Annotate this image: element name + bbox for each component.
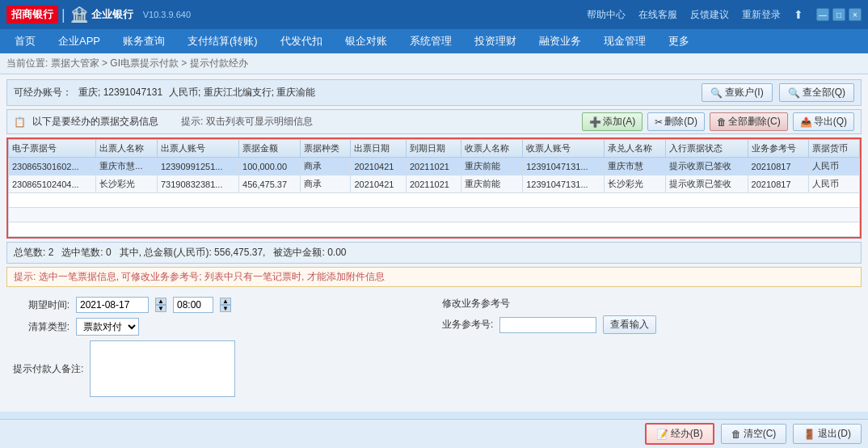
cell-ticket-id: 230865102404... bbox=[9, 175, 96, 193]
info-text: 以下是要经办的票据交易信息 bbox=[32, 115, 158, 129]
nav-home[interactable]: 首页 bbox=[3, 29, 47, 53]
top-bar: 招商银行 | 🏦 企业银行 V10.3.9.640 帮助中心 在线客服 反馈建议… bbox=[0, 0, 868, 29]
hint2-text: 提示: 选中一笔票据信息, 可修改业务参考号; 列表中只有一笔记票时, 才能添加… bbox=[14, 271, 385, 282]
clear-icon: 🗑 bbox=[731, 429, 741, 440]
query-all-button[interactable]: 🔍 查全部(Q) bbox=[779, 83, 854, 102]
table-row[interactable]: 230865102404... 长沙彩光 73190832381... 456,… bbox=[9, 175, 860, 193]
delete-button[interactable]: ✂ 删除(D) bbox=[647, 112, 705, 131]
nav-more[interactable]: 更多 bbox=[657, 29, 701, 53]
nav-invest[interactable]: 投资理财 bbox=[463, 29, 528, 53]
main-content: 可经办账号： 重庆; 12391047131 人民币; 重庆江北编支行; 重庆渝… bbox=[0, 74, 868, 412]
remark-row: 提示付款人备注: bbox=[13, 340, 426, 397]
time-down-button[interactable]: ▼ bbox=[220, 305, 231, 312]
type-select[interactable]: 票款对付 bbox=[76, 318, 139, 336]
cell-currency: 人民币 bbox=[809, 158, 860, 175]
col-amount: 票据金额 bbox=[239, 140, 301, 158]
cell-due-date: 20211021 bbox=[406, 158, 461, 175]
form-right: 修改业务参考号 业务参考号: 查看输入 bbox=[442, 297, 855, 402]
cell-amount: 456,475.37 bbox=[239, 175, 301, 193]
date-spinner: ▲ ▼ bbox=[155, 298, 166, 312]
col-currency: 票据货币 bbox=[809, 140, 860, 158]
cell-currency: 人民币 bbox=[809, 175, 860, 193]
relogin-link[interactable]: 重新登录 bbox=[742, 8, 781, 22]
nav-menu: 首页 企业APP 账务查询 支付结算(转账) 代发代扣 银企对账 系统管理 投资… bbox=[0, 29, 868, 53]
maximize-button[interactable]: □ bbox=[832, 8, 845, 21]
submit-button[interactable]: 📝 经办(B) bbox=[645, 423, 714, 445]
cell-type: 商承 bbox=[300, 158, 351, 175]
cell-drawer-name: 长沙彩光 bbox=[96, 175, 158, 193]
time-up-button[interactable]: ▲ bbox=[220, 298, 231, 305]
col-acceptor: 承兑人名称 bbox=[605, 140, 666, 158]
total-amount: 其中, 总金额(人民币): 556,475.37, bbox=[120, 247, 266, 258]
currency-label: 人民币; 重庆江北编支行; 重庆渝能 bbox=[169, 86, 315, 99]
query-all-icon: 🔍 bbox=[788, 87, 800, 99]
top-bar-right: 帮助中心 在线客服 反馈建议 重新登录 ⬆ — □ × bbox=[587, 8, 862, 22]
nav-cash[interactable]: 现金管理 bbox=[592, 29, 657, 53]
table-row[interactable]: 230865301602... 重庆市慧... 12390991251... 1… bbox=[9, 158, 860, 175]
exit-button[interactable]: 🚪 退出(D) bbox=[793, 424, 862, 444]
cell-ref-no: 20210817 bbox=[748, 158, 809, 175]
date-down-button[interactable]: ▼ bbox=[155, 305, 166, 312]
date-up-button[interactable]: ▲ bbox=[155, 298, 166, 305]
nav-payroll[interactable]: 代发代扣 bbox=[269, 29, 334, 53]
online-link[interactable]: 在线客服 bbox=[638, 8, 677, 22]
cell-payee-name: 重庆前能 bbox=[461, 175, 523, 193]
col-type: 票据种类 bbox=[300, 140, 351, 158]
add-button[interactable]: ➕ 添加(A) bbox=[582, 112, 643, 131]
cell-drawer-acct: 73190832381... bbox=[157, 175, 238, 193]
ref-title-row: 修改业务参考号 bbox=[442, 297, 855, 311]
time-spinner: ▲ ▼ bbox=[220, 298, 231, 312]
period-date-input[interactable] bbox=[76, 297, 149, 313]
minimize-button[interactable]: — bbox=[816, 8, 829, 21]
list-icon: 📋 bbox=[14, 116, 26, 128]
clear-button[interactable]: 🗑 清空(C) bbox=[721, 424, 787, 444]
help-link[interactable]: 帮助中心 bbox=[587, 8, 626, 22]
logo-sep: | bbox=[61, 6, 65, 23]
submit-icon: 📝 bbox=[656, 429, 668, 440]
col-drawer-acct: 出票人账号 bbox=[157, 140, 238, 158]
total-count: 总笔数: 2 bbox=[14, 247, 53, 258]
account-bar: 可经办账号： 重庆; 12391047131 人民币; 重庆江北编支行; 重庆渝… bbox=[6, 79, 862, 106]
ref-confirm-button[interactable]: 查看输入 bbox=[603, 315, 656, 334]
logo-icon: 🏦 bbox=[70, 6, 88, 23]
exit-label: 退出(D) bbox=[818, 427, 851, 441]
export-button[interactable]: 📤 导出(Q) bbox=[793, 112, 854, 131]
nav-app[interactable]: 企业APP bbox=[47, 29, 112, 53]
nav-finance[interactable]: 融资业务 bbox=[528, 29, 592, 53]
delete-icon: ✂ bbox=[655, 116, 663, 128]
remark-textarea[interactable] bbox=[90, 340, 235, 397]
add-label: 添加(A) bbox=[603, 115, 635, 129]
cell-due-date: 20211021 bbox=[406, 175, 461, 193]
form-section: 期望时间: ▲ ▼ ▲ ▼ 清算类型: 票款对付 提示付款人备注: bbox=[6, 292, 862, 407]
remark-label: 提示付款人备注: bbox=[13, 362, 83, 376]
nav-reconcile[interactable]: 银企对账 bbox=[334, 29, 398, 53]
period-time-input[interactable] bbox=[173, 297, 213, 313]
cell-acceptor: 长沙彩光 bbox=[605, 175, 666, 193]
exit-icon: 🚪 bbox=[803, 429, 815, 440]
empty-row bbox=[9, 222, 860, 237]
cell-drawer-name: 重庆市慧... bbox=[96, 158, 158, 175]
delete-all-button[interactable]: 🗑 全部删除(C) bbox=[710, 112, 788, 131]
ref-no-input[interactable] bbox=[499, 317, 596, 333]
nav-accounts[interactable]: 账务查询 bbox=[112, 29, 176, 53]
nav-system[interactable]: 系统管理 bbox=[398, 29, 463, 53]
query-account-button[interactable]: 🔍 查账户(I) bbox=[702, 83, 772, 102]
cell-status: 提示收票已签收 bbox=[665, 158, 748, 175]
account-value: 重庆; 12391047131 bbox=[78, 86, 162, 99]
ref-no-row: 业务参考号: 查看输入 bbox=[442, 315, 855, 334]
cell-acceptor: 重庆市慧 bbox=[605, 158, 666, 175]
feedback-link[interactable]: 反馈建议 bbox=[690, 8, 729, 22]
nav-payment[interactable]: 支付结算(转账) bbox=[176, 29, 269, 53]
cell-type: 商承 bbox=[300, 175, 351, 193]
delete-all-label: 全部删除(C) bbox=[728, 115, 781, 129]
hint-text: 提示: 双击列表可显示明细信息 bbox=[181, 115, 313, 129]
ticket-table-container: 电子票据号 出票人名称 出票人账号 票据金额 票据种类 出票日期 到期日期 收票… bbox=[6, 137, 862, 239]
cell-amount: 100,000.00 bbox=[239, 158, 301, 175]
add-icon: ➕ bbox=[589, 116, 601, 128]
close-button[interactable]: × bbox=[849, 8, 862, 21]
ref-title-label: 修改业务参考号 bbox=[442, 297, 510, 311]
cell-ticket-id: 230865301602... bbox=[9, 158, 96, 175]
cell-issue-date: 20210421 bbox=[351, 175, 407, 193]
period-row: 期望时间: ▲ ▼ ▲ ▼ bbox=[13, 297, 426, 313]
breadcrumb: 当前位置: 票据大管家 > GI电票提示付款 > 提示付款经办 bbox=[0, 53, 868, 74]
